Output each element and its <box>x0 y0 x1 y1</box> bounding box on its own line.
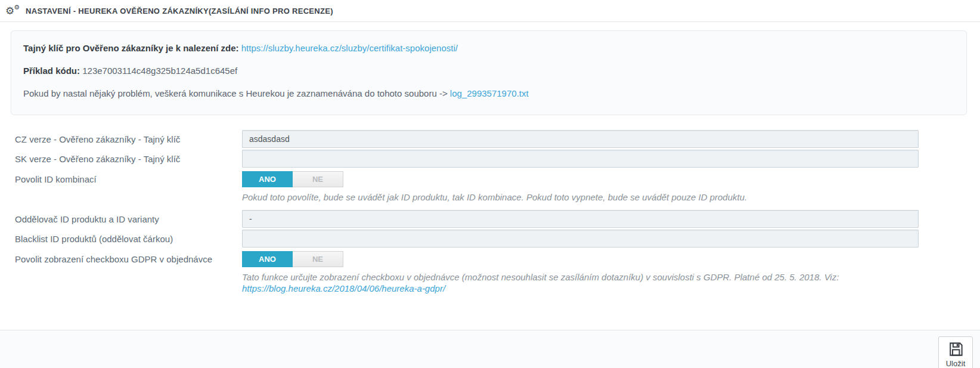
id-combination-label: Povolit ID kombinací <box>15 174 242 184</box>
log-file-link[interactable]: log_2993571970.txt <box>450 88 529 98</box>
blacklist-input[interactable] <box>242 230 919 248</box>
id-combination-help-text: Pokud toto povolíte, bude se uvádět jak … <box>242 191 919 203</box>
form-row-cz-key: CZ verze - Ověřeno zákazníky - Tajný klí… <box>15 130 980 148</box>
form-row-blacklist: Blacklist ID produktů (oddělovat čárkou) <box>15 230 980 248</box>
code-example-line: Příklad kódu: 123e7003114c48g325b124a5d1… <box>23 66 954 76</box>
panel-footer: Uložit <box>0 330 980 368</box>
gdpr-help-sentence: Tato funkce určujte zobrazení checkboxu … <box>242 272 839 282</box>
settings-form: CZ verze - Ověřeno zákazníky - Tajný klí… <box>0 115 980 301</box>
page-title: NASTAVENÍ - HEUREKA OVĚŘENO ZÁKAZNÍKY(ZA… <box>26 7 333 16</box>
cz-key-label: CZ verze - Ověřeno zákazníky - Tajný klí… <box>15 134 242 144</box>
cz-key-input[interactable] <box>242 130 919 148</box>
save-button-label: Uložit <box>946 359 966 368</box>
log-text: Pokud by nastal nějaký problém, veškerá … <box>23 88 448 98</box>
separator-input[interactable] <box>242 210 919 228</box>
separator-label: Oddělovač ID produktu a ID varianty <box>15 214 242 224</box>
id-combination-toggle-no[interactable]: NE <box>293 171 343 187</box>
form-row-separator: Oddělovač ID produktu a ID varianty <box>15 210 980 228</box>
id-combination-toggle-yes[interactable]: ANO <box>242 171 293 187</box>
save-button[interactable]: Uložit <box>938 336 973 368</box>
form-row-sk-key: SK verze - Ověřeno zákazníky - Tajný klí… <box>15 150 980 168</box>
gdpr-help-link[interactable]: https://blog.heureka.cz/2018/04/06/heure… <box>242 283 445 293</box>
secret-key-label: Tajný klíč pro Ověřeno zákazníky je k na… <box>23 43 239 53</box>
gdpr-help-text: Tato funkce určujte zobrazení checkboxu … <box>242 271 919 294</box>
gdpr-toggle: ANO NE <box>242 251 343 267</box>
info-box: Tajný klíč pro Ověřeno zákazníky je k na… <box>11 30 967 115</box>
gdpr-toggle-no[interactable]: NE <box>293 251 343 267</box>
form-row-gdpr: Povolit zobrazení checkboxu GDPR v objed… <box>15 251 980 267</box>
form-row-id-combination: Povolit ID kombinací ANO NE <box>15 171 980 187</box>
form-row-id-combination-help: Pokud toto povolíte, bude se uvádět jak … <box>15 187 980 210</box>
page-header: ⚙⚙ NASTAVENÍ - HEUREKA OVĚŘENO ZÁKAZNÍKY… <box>0 0 980 22</box>
id-combination-toggle: ANO NE <box>242 171 343 187</box>
sk-key-label: SK verze - Ověřeno zákazníky - Tajný klí… <box>15 154 242 164</box>
floppy-disk-icon <box>948 341 964 357</box>
blacklist-label: Blacklist ID produktů (oddělovat čárkou) <box>15 234 242 244</box>
gears-icon: ⚙⚙ <box>5 6 21 16</box>
code-example-label: Příklad kódu: <box>23 66 80 76</box>
code-example-value: 123e7003114c48g325b124a5d1c645ef <box>82 66 237 76</box>
gdpr-toggle-yes[interactable]: ANO <box>242 251 293 267</box>
form-row-gdpr-help: Tato funkce určujte zobrazení checkboxu … <box>15 267 980 301</box>
secret-key-link[interactable]: https://sluzby.heureka.cz/sluzby/certifi… <box>241 43 458 53</box>
sk-key-input[interactable] <box>242 150 919 168</box>
gdpr-label: Povolit zobrazení checkboxu GDPR v objed… <box>15 254 242 264</box>
log-line: Pokud by nastal nějaký problém, veškerá … <box>23 88 954 98</box>
secret-key-line: Tajný klíč pro Ověřeno zákazníky je k na… <box>23 43 954 53</box>
